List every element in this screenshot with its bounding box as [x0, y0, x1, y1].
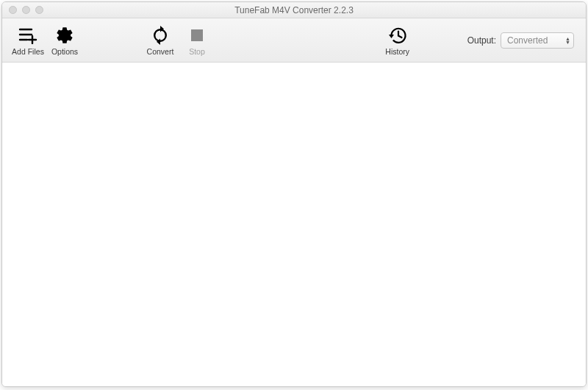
- options-label: Options: [51, 47, 78, 56]
- titlebar: TuneFab M4V Converter 2.2.3: [2, 2, 586, 18]
- stop-button: Stop: [179, 25, 215, 56]
- history-icon: [387, 25, 408, 46]
- output-selected-value: Converted: [507, 35, 548, 46]
- output-select[interactable]: Converted ▲▼: [501, 32, 574, 49]
- convert-label: Convert: [147, 47, 174, 56]
- svg-line-10: [398, 35, 402, 38]
- window-title: TuneFab M4V Converter 2.2.3: [2, 5, 586, 15]
- svg-rect-7: [191, 29, 203, 41]
- convert-button[interactable]: Convert: [142, 25, 179, 56]
- toolbar-group-mid: Convert Stop: [142, 25, 215, 56]
- history-label: History: [385, 47, 409, 56]
- content-area: [2, 63, 586, 386]
- zoom-window-button[interactable]: [35, 6, 43, 14]
- chevron-up-down-icon: ▲▼: [565, 37, 570, 44]
- options-button[interactable]: Options: [46, 25, 83, 56]
- add-files-button[interactable]: Add Files: [10, 25, 46, 56]
- close-window-button[interactable]: [9, 6, 17, 14]
- minimize-window-button[interactable]: [22, 6, 30, 14]
- svg-marker-8: [389, 35, 394, 38]
- toolbar-group-history: History: [379, 25, 416, 56]
- history-button[interactable]: History: [379, 25, 416, 56]
- toolbar-group-left: Add Files Options: [10, 25, 83, 56]
- stop-label: Stop: [189, 47, 205, 56]
- toolbar: Add Files Options: [2, 18, 586, 63]
- gear-icon: [54, 25, 75, 46]
- add-files-icon: [18, 25, 38, 46]
- output-area: Output: Converted ▲▼: [467, 32, 578, 49]
- output-label: Output:: [467, 35, 496, 46]
- traffic-lights: [2, 6, 43, 14]
- add-files-label: Add Files: [12, 47, 44, 56]
- app-window: TuneFab M4V Converter 2.2.3 Add Files: [1, 1, 587, 387]
- convert-icon: [150, 25, 171, 46]
- stop-icon: [187, 25, 207, 46]
